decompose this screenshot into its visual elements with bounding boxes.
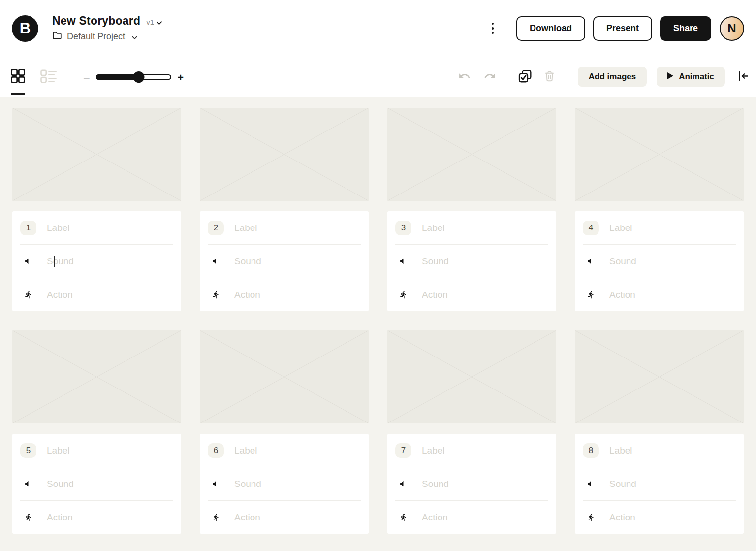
frame-sound-input[interactable] — [47, 256, 173, 267]
frame-action-row — [20, 501, 173, 534]
frame-sound-row — [583, 245, 736, 278]
frame-action-row — [208, 278, 361, 311]
zoom-slider-knob[interactable] — [133, 71, 144, 83]
storyboard-title[interactable]: New Storyboard — [52, 14, 140, 28]
frame-sound-input[interactable] — [234, 479, 361, 489]
header-actions: Download Present Share N — [487, 16, 744, 41]
storyboard-frame: 3 — [387, 108, 556, 311]
frame-sound-input[interactable] — [422, 256, 548, 267]
storyboard-frame: 7 — [387, 330, 556, 534]
frame-number-badge: 4 — [583, 221, 599, 235]
frame-image-placeholder[interactable] — [387, 330, 556, 423]
frame-action-input[interactable] — [422, 512, 548, 523]
frame-label-row: 1 — [20, 211, 173, 245]
frame-label-input[interactable] — [47, 445, 173, 456]
present-button[interactable]: Present — [593, 16, 652, 41]
frame-number-badge: 8 — [583, 443, 599, 458]
frame-action-row — [208, 501, 361, 534]
frame-sound-input[interactable] — [422, 479, 548, 489]
frame-number-badge: 7 — [395, 443, 411, 458]
frame-action-input[interactable] — [234, 290, 361, 300]
delete-button[interactable] — [543, 70, 556, 84]
frame-sound-input[interactable] — [47, 479, 173, 489]
frame-action-row — [395, 501, 548, 534]
frame-sound-input[interactable] — [609, 479, 736, 489]
frame-image-placeholder[interactable] — [575, 108, 744, 201]
frame-action-row — [20, 278, 173, 311]
frame-label-row: 2 — [208, 211, 361, 245]
frame-image-placeholder[interactable] — [387, 108, 556, 201]
frame-number-badge: 2 — [208, 221, 224, 235]
storyboard-frame: 1 — [12, 108, 181, 311]
download-button[interactable]: Download — [516, 16, 585, 41]
storyboard-frame: 4 — [575, 108, 744, 311]
running-person-icon — [208, 291, 224, 299]
multi-select-button[interactable] — [518, 69, 532, 85]
storyboard-frame: 2 — [200, 108, 369, 311]
frame-label-input[interactable] — [609, 223, 736, 233]
version-label: v1 — [146, 18, 154, 26]
frame-action-input[interactable] — [47, 290, 173, 300]
frames-grid: 1 — [12, 108, 744, 534]
toolbar: – + A — [0, 57, 756, 97]
frame-sound-row — [583, 467, 736, 501]
frame-label-input[interactable] — [422, 223, 548, 233]
frame-image-placeholder[interactable] — [575, 330, 744, 423]
frame-info-card: 3 — [387, 211, 556, 311]
zoom-slider-fill — [96, 74, 139, 80]
overflow-menu-button[interactable] — [487, 19, 499, 38]
speaker-icon — [395, 257, 411, 265]
frame-image-placeholder[interactable] — [12, 330, 181, 423]
frame-label-input[interactable] — [422, 445, 548, 456]
speaker-icon — [583, 480, 599, 488]
frame-label-input[interactable] — [234, 445, 361, 456]
redo-button[interactable] — [484, 70, 496, 84]
frame-action-input[interactable] — [234, 512, 361, 523]
frame-action-row — [583, 278, 736, 311]
collapse-panel-button[interactable] — [737, 70, 750, 84]
speaker-icon — [583, 257, 599, 265]
app-header: B New Storyboard v1 Default Project Down… — [0, 0, 756, 57]
frame-info-card: 5 — [12, 434, 181, 534]
add-images-button[interactable]: Add images — [578, 67, 647, 87]
frame-sound-row — [20, 245, 173, 278]
list-view-button[interactable] — [40, 69, 59, 85]
version-dropdown[interactable]: v1 — [146, 18, 162, 26]
speaker-icon — [395, 480, 411, 488]
frame-sound-input[interactable] — [234, 256, 361, 267]
undo-button[interactable] — [458, 70, 471, 84]
frame-label-input[interactable] — [609, 445, 736, 456]
placeholder-x-icon — [12, 330, 181, 423]
animatic-button[interactable]: Animatic — [657, 67, 725, 87]
avatar[interactable]: N — [720, 16, 744, 41]
placeholder-x-icon — [387, 330, 556, 423]
frame-label-input[interactable] — [234, 223, 361, 233]
grid-view-button[interactable] — [11, 69, 25, 85]
app-logo-letter: B — [20, 20, 31, 37]
frame-sound-row — [395, 467, 548, 501]
frame-image-placeholder[interactable] — [200, 108, 369, 201]
zoom-in-label: + — [178, 72, 184, 82]
running-person-icon — [395, 291, 411, 299]
text-caret — [54, 256, 55, 267]
frame-action-input[interactable] — [422, 290, 548, 300]
frame-image-placeholder[interactable] — [200, 330, 369, 423]
frame-info-card: 8 — [575, 434, 744, 534]
frame-label-row: 3 — [395, 211, 548, 245]
frame-sound-input[interactable] — [609, 256, 736, 267]
frame-action-input[interactable] — [609, 290, 736, 300]
share-button[interactable]: Share — [660, 16, 711, 41]
project-dropdown[interactable]: Default Project — [52, 31, 162, 42]
frame-label-row: 6 — [208, 434, 361, 467]
collapse-left-icon — [737, 70, 750, 84]
frame-action-input[interactable] — [47, 512, 173, 523]
frame-label-row: 8 — [583, 434, 736, 467]
zoom-control: – + — [84, 71, 184, 83]
frame-number-badge: 6 — [208, 443, 224, 458]
app-logo[interactable]: B — [12, 15, 38, 42]
frame-image-placeholder[interactable] — [12, 108, 181, 201]
frame-label-row: 5 — [20, 434, 173, 467]
frame-label-input[interactable] — [47, 223, 173, 233]
zoom-slider[interactable] — [96, 71, 171, 83]
frame-action-input[interactable] — [609, 512, 736, 523]
